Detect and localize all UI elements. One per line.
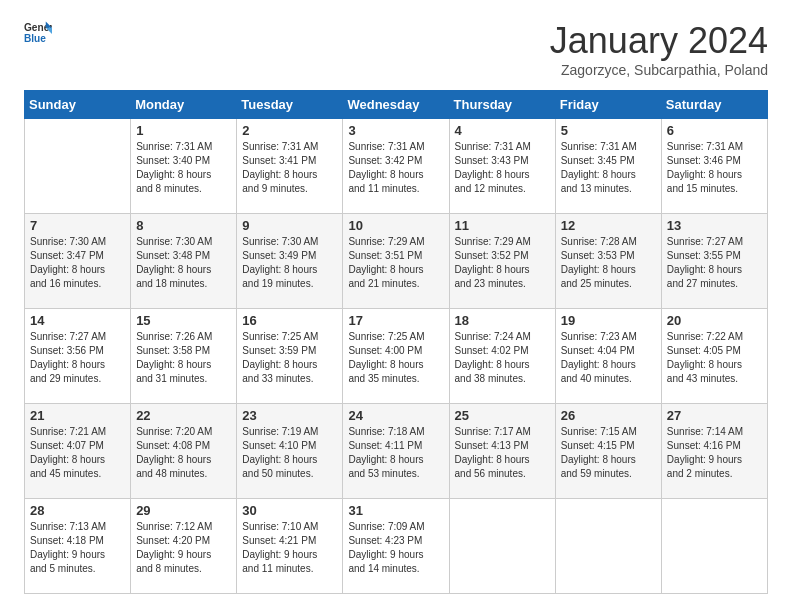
day-number: 4	[455, 123, 550, 138]
calendar-cell: 12Sunrise: 7:28 AM Sunset: 3:53 PM Dayli…	[555, 214, 661, 309]
calendar-cell	[449, 499, 555, 594]
calendar-cell	[25, 119, 131, 214]
day-info: Sunrise: 7:29 AM Sunset: 3:51 PM Dayligh…	[348, 235, 443, 291]
weekday-header-wednesday: Wednesday	[343, 91, 449, 119]
calendar-cell: 21Sunrise: 7:21 AM Sunset: 4:07 PM Dayli…	[25, 404, 131, 499]
day-info: Sunrise: 7:25 AM Sunset: 4:00 PM Dayligh…	[348, 330, 443, 386]
calendar-cell: 16Sunrise: 7:25 AM Sunset: 3:59 PM Dayli…	[237, 309, 343, 404]
day-number: 23	[242, 408, 337, 423]
calendar-cell: 13Sunrise: 7:27 AM Sunset: 3:55 PM Dayli…	[661, 214, 767, 309]
day-number: 20	[667, 313, 762, 328]
subtitle: Zagorzyce, Subcarpathia, Poland	[550, 62, 768, 78]
calendar-cell: 27Sunrise: 7:14 AM Sunset: 4:16 PM Dayli…	[661, 404, 767, 499]
svg-text:Blue: Blue	[24, 33, 46, 44]
calendar-cell: 15Sunrise: 7:26 AM Sunset: 3:58 PM Dayli…	[131, 309, 237, 404]
day-info: Sunrise: 7:23 AM Sunset: 4:04 PM Dayligh…	[561, 330, 656, 386]
month-title: January 2024	[550, 20, 768, 62]
calendar-cell: 17Sunrise: 7:25 AM Sunset: 4:00 PM Dayli…	[343, 309, 449, 404]
day-number: 17	[348, 313, 443, 328]
calendar-cell: 20Sunrise: 7:22 AM Sunset: 4:05 PM Dayli…	[661, 309, 767, 404]
day-info: Sunrise: 7:19 AM Sunset: 4:10 PM Dayligh…	[242, 425, 337, 481]
calendar-cell: 8Sunrise: 7:30 AM Sunset: 3:48 PM Daylig…	[131, 214, 237, 309]
day-info: Sunrise: 7:30 AM Sunset: 3:48 PM Dayligh…	[136, 235, 231, 291]
day-number: 7	[30, 218, 125, 233]
day-number: 27	[667, 408, 762, 423]
day-info: Sunrise: 7:31 AM Sunset: 3:46 PM Dayligh…	[667, 140, 762, 196]
calendar-cell: 7Sunrise: 7:30 AM Sunset: 3:47 PM Daylig…	[25, 214, 131, 309]
calendar-cell: 29Sunrise: 7:12 AM Sunset: 4:20 PM Dayli…	[131, 499, 237, 594]
calendar-cell: 5Sunrise: 7:31 AM Sunset: 3:45 PM Daylig…	[555, 119, 661, 214]
day-number: 31	[348, 503, 443, 518]
day-info: Sunrise: 7:17 AM Sunset: 4:13 PM Dayligh…	[455, 425, 550, 481]
week-row-1: 1Sunrise: 7:31 AM Sunset: 3:40 PM Daylig…	[25, 119, 768, 214]
calendar-cell: 11Sunrise: 7:29 AM Sunset: 3:52 PM Dayli…	[449, 214, 555, 309]
week-row-3: 14Sunrise: 7:27 AM Sunset: 3:56 PM Dayli…	[25, 309, 768, 404]
day-info: Sunrise: 7:29 AM Sunset: 3:52 PM Dayligh…	[455, 235, 550, 291]
day-number: 24	[348, 408, 443, 423]
day-number: 3	[348, 123, 443, 138]
calendar-cell: 23Sunrise: 7:19 AM Sunset: 4:10 PM Dayli…	[237, 404, 343, 499]
week-row-5: 28Sunrise: 7:13 AM Sunset: 4:18 PM Dayli…	[25, 499, 768, 594]
week-row-2: 7Sunrise: 7:30 AM Sunset: 3:47 PM Daylig…	[25, 214, 768, 309]
calendar-cell: 25Sunrise: 7:17 AM Sunset: 4:13 PM Dayli…	[449, 404, 555, 499]
day-info: Sunrise: 7:27 AM Sunset: 3:55 PM Dayligh…	[667, 235, 762, 291]
day-info: Sunrise: 7:12 AM Sunset: 4:20 PM Dayligh…	[136, 520, 231, 576]
day-info: Sunrise: 7:18 AM Sunset: 4:11 PM Dayligh…	[348, 425, 443, 481]
weekday-header-monday: Monday	[131, 91, 237, 119]
day-number: 16	[242, 313, 337, 328]
day-info: Sunrise: 7:22 AM Sunset: 4:05 PM Dayligh…	[667, 330, 762, 386]
calendar-cell: 14Sunrise: 7:27 AM Sunset: 3:56 PM Dayli…	[25, 309, 131, 404]
calendar-cell	[661, 499, 767, 594]
week-row-4: 21Sunrise: 7:21 AM Sunset: 4:07 PM Dayli…	[25, 404, 768, 499]
calendar-cell: 30Sunrise: 7:10 AM Sunset: 4:21 PM Dayli…	[237, 499, 343, 594]
weekday-header-friday: Friday	[555, 91, 661, 119]
day-number: 26	[561, 408, 656, 423]
weekday-header-thursday: Thursday	[449, 91, 555, 119]
weekday-header-tuesday: Tuesday	[237, 91, 343, 119]
day-info: Sunrise: 7:10 AM Sunset: 4:21 PM Dayligh…	[242, 520, 337, 576]
day-info: Sunrise: 7:09 AM Sunset: 4:23 PM Dayligh…	[348, 520, 443, 576]
day-number: 19	[561, 313, 656, 328]
title-area: January 2024 Zagorzyce, Subcarpathia, Po…	[550, 20, 768, 78]
day-number: 22	[136, 408, 231, 423]
day-number: 29	[136, 503, 231, 518]
day-info: Sunrise: 7:20 AM Sunset: 4:08 PM Dayligh…	[136, 425, 231, 481]
calendar-cell: 19Sunrise: 7:23 AM Sunset: 4:04 PM Dayli…	[555, 309, 661, 404]
calendar-cell: 3Sunrise: 7:31 AM Sunset: 3:42 PM Daylig…	[343, 119, 449, 214]
weekday-header-row: SundayMondayTuesdayWednesdayThursdayFrid…	[25, 91, 768, 119]
calendar-cell: 26Sunrise: 7:15 AM Sunset: 4:15 PM Dayli…	[555, 404, 661, 499]
day-number: 1	[136, 123, 231, 138]
calendar-cell: 10Sunrise: 7:29 AM Sunset: 3:51 PM Dayli…	[343, 214, 449, 309]
calendar-cell: 18Sunrise: 7:24 AM Sunset: 4:02 PM Dayli…	[449, 309, 555, 404]
day-number: 8	[136, 218, 231, 233]
day-info: Sunrise: 7:27 AM Sunset: 3:56 PM Dayligh…	[30, 330, 125, 386]
day-info: Sunrise: 7:31 AM Sunset: 3:42 PM Dayligh…	[348, 140, 443, 196]
day-number: 13	[667, 218, 762, 233]
weekday-header-sunday: Sunday	[25, 91, 131, 119]
day-info: Sunrise: 7:31 AM Sunset: 3:43 PM Dayligh…	[455, 140, 550, 196]
calendar-cell: 24Sunrise: 7:18 AM Sunset: 4:11 PM Dayli…	[343, 404, 449, 499]
day-info: Sunrise: 7:31 AM Sunset: 3:40 PM Dayligh…	[136, 140, 231, 196]
day-info: Sunrise: 7:30 AM Sunset: 3:49 PM Dayligh…	[242, 235, 337, 291]
day-number: 15	[136, 313, 231, 328]
day-info: Sunrise: 7:14 AM Sunset: 4:16 PM Dayligh…	[667, 425, 762, 481]
day-info: Sunrise: 7:26 AM Sunset: 3:58 PM Dayligh…	[136, 330, 231, 386]
day-number: 14	[30, 313, 125, 328]
day-info: Sunrise: 7:21 AM Sunset: 4:07 PM Dayligh…	[30, 425, 125, 481]
day-info: Sunrise: 7:28 AM Sunset: 3:53 PM Dayligh…	[561, 235, 656, 291]
calendar-cell: 2Sunrise: 7:31 AM Sunset: 3:41 PM Daylig…	[237, 119, 343, 214]
calendar-cell: 6Sunrise: 7:31 AM Sunset: 3:46 PM Daylig…	[661, 119, 767, 214]
day-number: 11	[455, 218, 550, 233]
day-number: 18	[455, 313, 550, 328]
calendar-cell	[555, 499, 661, 594]
day-number: 2	[242, 123, 337, 138]
day-number: 25	[455, 408, 550, 423]
calendar-table: SundayMondayTuesdayWednesdayThursdayFrid…	[24, 90, 768, 594]
day-info: Sunrise: 7:13 AM Sunset: 4:18 PM Dayligh…	[30, 520, 125, 576]
calendar-cell: 1Sunrise: 7:31 AM Sunset: 3:40 PM Daylig…	[131, 119, 237, 214]
day-info: Sunrise: 7:15 AM Sunset: 4:15 PM Dayligh…	[561, 425, 656, 481]
day-number: 12	[561, 218, 656, 233]
day-info: Sunrise: 7:31 AM Sunset: 3:41 PM Dayligh…	[242, 140, 337, 196]
header: General Blue January 2024 Zagorzyce, Sub…	[24, 20, 768, 78]
logo: General Blue	[24, 20, 52, 48]
